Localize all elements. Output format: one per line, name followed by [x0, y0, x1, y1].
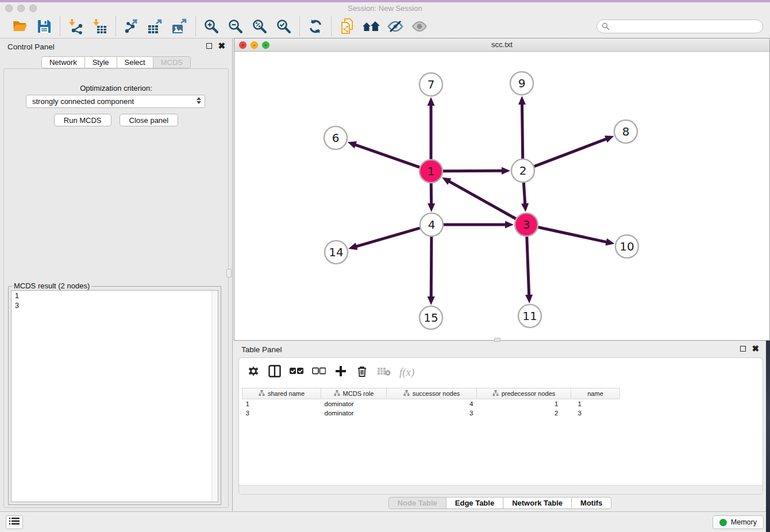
refresh-layout-button[interactable]: [306, 17, 325, 36]
graph-edge-1-2[interactable]: [443, 171, 503, 171]
column-header-predecessor-nodes[interactable]: predecessor nodes: [477, 388, 571, 399]
result-scrollbar[interactable]: [211, 291, 218, 502]
memory-button[interactable]: Memory: [713, 515, 764, 529]
run-mcds-button[interactable]: Run MCDS: [54, 114, 111, 126]
table-row[interactable]: 3dominator323: [242, 408, 620, 418]
column-header-MCDS-role[interactable]: MCDS role: [321, 388, 387, 399]
graph-edge-2-3[interactable]: [523, 183, 525, 205]
deselect-all-rows-button[interactable]: [312, 365, 326, 380]
node-table: shared nameMCDS rolesuccessor nodesprede…: [242, 388, 620, 418]
export-table-icon: [147, 18, 164, 34]
export-image-button[interactable]: [170, 17, 190, 36]
table-cell[interactable]: dominator: [321, 399, 387, 408]
graph-edge-1-6[interactable]: [355, 145, 419, 168]
table-row[interactable]: 1dominator411: [242, 399, 620, 408]
table-cell[interactable]: 1: [571, 399, 620, 408]
vertical-splitter-grip[interactable]: [226, 269, 232, 277]
zoom-window-button[interactable]: [29, 5, 37, 12]
table-cell[interactable]: 4: [387, 399, 477, 408]
graph-edge-arrowhead: [505, 221, 514, 229]
graph-edge-3-11[interactable]: [527, 237, 529, 296]
toggle-columns-button[interactable]: [268, 365, 281, 380]
network-minimize-button[interactable]: −: [251, 41, 258, 49]
open-in-ndex-button[interactable]: [337, 17, 357, 36]
search-input[interactable]: [596, 20, 763, 33]
graph-edge-arrowhead: [605, 238, 614, 246]
graph-node-label: 10: [619, 240, 634, 253]
criterion-select[interactable]: strongly connected component: [26, 95, 205, 108]
table-tab-edge-table[interactable]: Edge Table: [446, 497, 503, 509]
network-window-title: scc.txt: [234, 38, 769, 51]
home-houses-icon: [362, 19, 380, 34]
graph-edge-2-8[interactable]: [534, 138, 607, 166]
network-window-titlebar[interactable]: × − + scc.txt: [234, 38, 769, 52]
mcds-result-text[interactable]: 1 3: [11, 290, 218, 502]
save-session-button[interactable]: [34, 17, 54, 36]
network-zoom-button[interactable]: +: [262, 41, 270, 49]
zoom-in-icon: [203, 18, 220, 34]
close-panel-icon[interactable]: ✖: [218, 43, 225, 49]
import-table-button[interactable]: [90, 17, 110, 36]
import-network-button[interactable]: [66, 17, 86, 36]
horizontal-splitter-grip[interactable]: [494, 338, 500, 342]
mcds-result-title: MCDS result (2 nodes): [12, 282, 91, 290]
graph-edge-4-15[interactable]: [431, 237, 432, 298]
graph-edge-4-14[interactable]: [356, 228, 420, 246]
graph-edge-arrowhead: [518, 96, 526, 105]
hide-selected-button[interactable]: [386, 17, 405, 36]
graph-edge-arrowhead: [521, 203, 529, 212]
export-table-button[interactable]: [146, 17, 165, 36]
function-builder-button[interactable]: f(x): [399, 365, 414, 380]
zoom-in-button[interactable]: [202, 17, 221, 36]
zoom-fit-button[interactable]: [250, 17, 270, 36]
network-canvas[interactable]: 1234678910111415: [234, 52, 769, 341]
table-cell[interactable]: 2: [477, 408, 571, 418]
close-window-button[interactable]: [5, 5, 13, 12]
delete-rows-button[interactable]: [356, 365, 368, 380]
tab-style[interactable]: Style: [84, 56, 117, 68]
graph-edge-3-1[interactable]: [449, 181, 516, 219]
mcds-tab-content: Optimization criterion: strongly connect…: [3, 68, 229, 508]
control-panel-title: Control Panel: [7, 43, 55, 51]
add-row-button[interactable]: [334, 365, 347, 380]
tab-mcds[interactable]: MCDS: [153, 56, 191, 68]
minimize-window-button[interactable]: [17, 5, 25, 12]
column-header-name[interactable]: name: [571, 388, 620, 399]
graph-edge-2-9[interactable]: [522, 103, 522, 159]
export-network-button[interactable]: [122, 17, 141, 36]
gear-icon: [248, 365, 259, 379]
table-cell[interactable]: 3: [242, 408, 321, 418]
show-all-button[interactable]: [410, 17, 429, 36]
table-cell[interactable]: 3: [387, 408, 477, 418]
float-table-panel-icon[interactable]: [740, 346, 746, 352]
table-tab-network-table[interactable]: Network Table: [503, 497, 572, 509]
column-header-successor-nodes[interactable]: successor nodes: [387, 388, 477, 399]
table-cell[interactable]: dominator: [321, 408, 387, 418]
table-cell[interactable]: 1: [477, 399, 571, 408]
zoom-out-button[interactable]: [226, 17, 245, 36]
window-traffic-lights: [5, 5, 37, 12]
graph-edge-arrowhead: [348, 141, 357, 148]
delete-table-button[interactable]: [377, 365, 391, 380]
table-cell[interactable]: 3: [571, 408, 620, 418]
home-button[interactable]: [361, 17, 381, 36]
zoom-selected-button[interactable]: [274, 17, 294, 36]
close-table-panel-icon[interactable]: ✖: [752, 345, 759, 352]
float-panel-icon[interactable]: [206, 43, 212, 49]
task-history-button[interactable]: [6, 515, 23, 529]
select-all-rows-button[interactable]: [290, 365, 303, 380]
column-header-shared-name[interactable]: shared name: [242, 388, 321, 399]
graph-edge-3-10[interactable]: [538, 227, 607, 242]
tab-network[interactable]: Network: [41, 56, 85, 68]
ndex-document-share-icon: [339, 18, 355, 35]
table-settings-button[interactable]: [247, 365, 260, 380]
column-label: successor nodes: [413, 390, 460, 397]
tab-select[interactable]: Select: [117, 56, 153, 68]
table-tab-node-table[interactable]: Node Table: [388, 497, 446, 509]
table-tab-motifs[interactable]: Motifs: [571, 497, 611, 509]
list-icon: [9, 517, 20, 527]
close-panel-button[interactable]: Close panel: [120, 114, 179, 126]
table-cell[interactable]: 1: [242, 399, 321, 408]
network-close-button[interactable]: ×: [239, 41, 247, 49]
open-session-button[interactable]: [10, 17, 30, 36]
